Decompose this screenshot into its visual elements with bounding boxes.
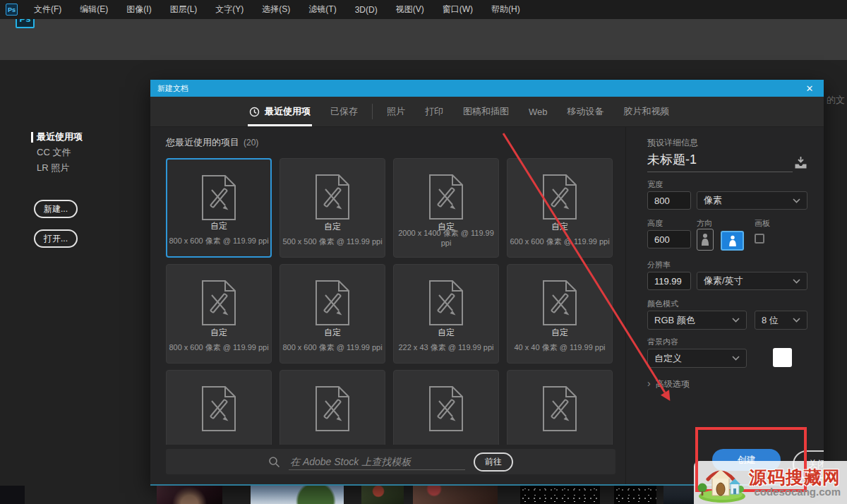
- save-preset-icon[interactable]: [793, 155, 808, 170]
- recent-item-name: 自定: [167, 327, 271, 339]
- recent-item-name: 自定: [280, 221, 385, 233]
- orientation-label: 方向: [697, 218, 712, 229]
- dialog-tab[interactable]: 打印: [415, 97, 453, 126]
- close-icon[interactable]: ✕: [801, 80, 818, 97]
- menu-item[interactable]: 视图(V): [387, 0, 433, 19]
- artboard-checkbox[interactable]: [755, 234, 764, 244]
- color-mode-value: RGB 颜色: [654, 314, 695, 327]
- recent-item-size: 2000 x 1400 像素 @ 119.99 ppi: [394, 228, 498, 247]
- active-indicator: [31, 163, 33, 174]
- stock-search-input[interactable]: [289, 454, 465, 470]
- artboard-label: 画板: [755, 218, 770, 229]
- document-template-icon: [540, 173, 579, 221]
- active-indicator: [31, 148, 33, 158]
- start-nav-item[interactable]: LR 照片: [31, 160, 83, 176]
- menu-item[interactable]: 图层(L): [161, 0, 207, 19]
- menu-item[interactable]: 窗口(W): [433, 0, 482, 19]
- document-template-icon: [313, 385, 352, 433]
- recent-item-card[interactable]: 自定2000 x 1400 像素 @ 119.99 ppi: [393, 158, 499, 258]
- start-nav-item[interactable]: CC 文件: [31, 145, 83, 160]
- dialog-tab[interactable]: 已保存: [320, 97, 368, 126]
- bit-depth-select[interactable]: 8 位: [755, 311, 807, 330]
- new-button[interactable]: 新建...: [34, 200, 78, 218]
- dialog-tab[interactable]: 移动设备: [558, 97, 614, 126]
- resolution-unit-value: 像素/英寸: [704, 275, 743, 287]
- dialog-tab[interactable]: 最近使用项: [239, 97, 320, 126]
- dialog-tab[interactable]: 照片: [377, 97, 415, 126]
- menu-item[interactable]: 编辑(E): [71, 0, 117, 19]
- height-label: 高度: [647, 218, 663, 229]
- background-label: 背景内容: [647, 337, 678, 347]
- house-logo-icon: [695, 462, 747, 503]
- open-button[interactable]: 打开...: [34, 229, 78, 248]
- background-select[interactable]: 自定义: [647, 349, 747, 368]
- menu-item[interactable]: 图像(I): [117, 0, 160, 19]
- start-nav-item[interactable]: 最近使用项: [31, 129, 83, 145]
- start-nav-label: 最近使用项: [37, 131, 83, 143]
- orientation-landscape-icon[interactable]: [721, 231, 744, 251]
- recent-item-card[interactable]: 自定800 x 600 像素 @ 119.99 ppi: [166, 264, 272, 364]
- recent-item-size: 800 x 600 像素 @ 119.99 ppi: [280, 342, 385, 353]
- watermark-site-name: 源码搜藏网: [749, 468, 841, 486]
- resolution-unit-select[interactable]: 像素/英寸: [697, 272, 807, 290]
- recent-item-size: 800 x 600 像素 @ 119.99 ppi: [167, 236, 270, 246]
- recent-item-card[interactable]: [393, 370, 499, 445]
- bit-depth-value: 8 位: [762, 314, 779, 327]
- menu-item[interactable]: 滤镜(T): [299, 0, 345, 19]
- height-input[interactable]: [647, 230, 691, 248]
- recent-item-card[interactable]: 自定40 x 40 像素 @ 119.99 ppi: [507, 264, 613, 364]
- recent-item-size: 800 x 600 像素 @ 119.99 ppi: [167, 342, 271, 353]
- background-color-swatch[interactable]: [773, 348, 792, 367]
- tab-label: 照片: [387, 105, 405, 118]
- watermark: 源码搜藏网 codesocang.com: [694, 461, 847, 504]
- width-unit-select[interactable]: 像素: [697, 191, 807, 210]
- menu-item[interactable]: 文件(F): [25, 0, 71, 19]
- recent-item-card[interactable]: 自定222 x 43 像素 @ 119.99 ppi: [393, 264, 499, 364]
- recent-file-thumbnail[interactable]: [251, 486, 344, 504]
- color-mode-label: 颜色模式: [647, 299, 678, 309]
- recent-file-thumbnail[interactable]: [614, 486, 656, 504]
- resolution-input[interactable]: [647, 272, 691, 290]
- menu-item[interactable]: 帮助(H): [482, 0, 529, 19]
- chevron-down-icon: [793, 318, 800, 323]
- color-mode-select[interactable]: RGB 颜色: [647, 311, 747, 330]
- recent-item-card[interactable]: [166, 370, 272, 445]
- recent-item-card[interactable]: 自定500 x 500 像素 @ 119.99 ppi: [280, 158, 385, 258]
- recent-file-thumbnail[interactable]: [361, 486, 404, 504]
- chevron-down-icon: [732, 356, 740, 361]
- width-input[interactable]: [647, 191, 691, 210]
- recent-item-card[interactable]: 自定800 x 600 像素 @ 119.99 ppi: [280, 264, 385, 364]
- menu-bar: Ps 文件(F)编辑(E)图像(I)图层(L)文字(Y)选择(S)滤镜(T)3D…: [0, 0, 847, 19]
- tab-label: 胶片和视频: [624, 105, 670, 118]
- menu-item[interactable]: 3D(D): [346, 0, 387, 19]
- recent-file-thumbnail[interactable]: [0, 486, 25, 504]
- recent-file-thumbnail[interactable]: [157, 486, 222, 504]
- recent-file-thumbnail[interactable]: [520, 486, 600, 504]
- recent-item-card[interactable]: [280, 370, 385, 445]
- document-template-icon: [199, 385, 239, 433]
- recent-count: (20): [244, 138, 258, 148]
- menu-item[interactable]: 选择(S): [253, 0, 299, 19]
- document-template-icon: [540, 279, 579, 327]
- orientation-portrait-icon[interactable]: [697, 229, 714, 251]
- width-label: 宽度: [647, 179, 663, 190]
- document-template-icon: [426, 385, 466, 433]
- dialog-tab[interactable]: Web: [519, 97, 558, 126]
- dialog-tab[interactable]: 胶片和视频: [614, 97, 680, 126]
- dialog-tab[interactable]: 图稿和插图: [453, 97, 519, 126]
- recent-item-card[interactable]: [507, 370, 613, 445]
- document-title-field[interactable]: 未标题-1: [647, 151, 793, 172]
- adobe-stock-bar: 前往: [166, 449, 615, 474]
- recent-item-card[interactable]: 自定800 x 600 像素 @ 119.99 ppi: [166, 158, 272, 258]
- go-button[interactable]: 前往: [474, 452, 513, 472]
- width-unit-value: 像素: [704, 194, 722, 207]
- document-template-icon: [426, 279, 466, 327]
- advanced-options-toggle[interactable]: 高级选项: [647, 378, 690, 390]
- dialog-titlebar[interactable]: 新建文档 ✕: [150, 80, 824, 97]
- search-icon: [268, 456, 280, 468]
- recent-item-card[interactable]: 自定600 x 600 像素 @ 119.99 ppi: [507, 158, 613, 258]
- recent-file-thumbnail[interactable]: [663, 486, 694, 504]
- menu-item[interactable]: 文字(Y): [206, 0, 253, 19]
- recent-file-thumbnail[interactable]: [413, 486, 498, 504]
- chevron-down-icon: [732, 318, 740, 323]
